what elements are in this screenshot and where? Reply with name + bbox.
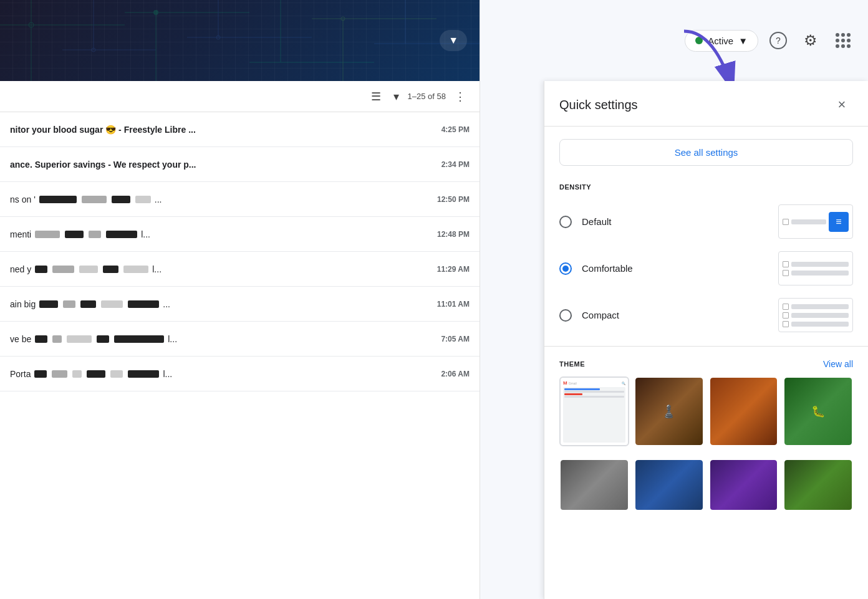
email-count: 1–25 of 58 xyxy=(408,92,446,101)
email-subject: ve be l... xyxy=(10,334,431,344)
email-subject: menti l... xyxy=(10,229,427,239)
quick-settings-panel: Quick settings × See all settings DENSIT… xyxy=(544,81,868,599)
email-time: 4:25 PM xyxy=(441,125,470,134)
help-btn[interactable]: ? xyxy=(766,28,791,53)
email-subject-prefix: ned y xyxy=(10,264,31,274)
ocean-thumb xyxy=(635,460,703,510)
list-view-btn[interactable]: ☰ xyxy=(367,86,385,107)
email-ellipsis: l... xyxy=(152,264,162,274)
redacted-2 xyxy=(52,266,74,273)
qs-divider xyxy=(544,346,868,347)
list-item[interactable]: ned y l... 11:29 AM xyxy=(0,252,480,287)
email-time: 11:01 AM xyxy=(437,300,470,309)
email-subject: ance. Superior savings - We respect your… xyxy=(10,160,432,170)
gmail-thumb-body xyxy=(563,387,625,443)
list-item[interactable]: menti l... 12:48 PM xyxy=(0,217,480,252)
theme-thumbnail-ocean[interactable] xyxy=(634,459,704,529)
redacted-4 xyxy=(101,300,123,308)
gmail-thumb-header: M Gmail 🔍 xyxy=(563,380,625,386)
theme-thumbnail-gmail[interactable]: M Gmail 🔍 xyxy=(559,376,629,446)
purple-thumb xyxy=(710,460,778,510)
preview-cb-c3 xyxy=(783,321,789,327)
redacted-3 xyxy=(67,335,92,343)
email-header-bg: ▼ xyxy=(0,0,480,81)
email-subject-text: nitor your blood sugar 😎 - Freestyle Lib… xyxy=(10,125,196,135)
preview-line xyxy=(791,219,826,224)
more-options-icon: ⋮ xyxy=(455,90,466,103)
preview-row-c2 xyxy=(783,312,849,319)
more-options-btn[interactable]: ⋮ xyxy=(451,86,470,107)
redacted-5 xyxy=(128,300,159,308)
preview-line-2 xyxy=(791,271,849,276)
redacted-5 xyxy=(123,266,148,273)
toolbar-dropdown-btn[interactable]: ▾ xyxy=(390,86,403,107)
email-subject-prefix: Porta xyxy=(10,369,31,379)
list-item[interactable]: ve be l... 7:05 AM xyxy=(0,322,480,357)
email-time: 2:34 PM xyxy=(441,160,470,169)
redacted-4 xyxy=(97,335,109,343)
redacted-2 xyxy=(52,370,67,378)
theme-thumbnail-nature[interactable]: 🐛 xyxy=(783,376,853,446)
email-subject: ns on ' ... xyxy=(10,194,427,204)
redacted-4 xyxy=(103,266,118,273)
redacted-1 xyxy=(35,335,47,343)
redacted-4 xyxy=(106,231,137,238)
email-area: ▼ ☰ ▾ 1–25 of 58 ⋮ nitor your blood suga… xyxy=(0,0,480,599)
density-option-default[interactable]: Default ≡ xyxy=(544,198,868,245)
gmail-title: Gmail xyxy=(569,381,577,385)
redacted-3 xyxy=(112,196,130,203)
redacted-3 xyxy=(79,266,98,273)
qs-close-btn[interactable]: × xyxy=(831,93,853,116)
email-time: 2:06 AM xyxy=(441,370,470,378)
email-ellipsis: ... xyxy=(155,194,162,204)
density-option-compact[interactable]: Compact xyxy=(544,292,868,338)
gmail-search: 🔍 xyxy=(622,381,625,385)
list-view-icon: ☰ xyxy=(371,90,381,103)
density-radio-default xyxy=(559,216,572,228)
active-status-btn[interactable]: Active ▼ xyxy=(685,30,758,52)
preview-line-c2 xyxy=(791,313,849,318)
preview-cb-1 xyxy=(783,261,789,267)
theme-thumbnail-metal[interactable] xyxy=(559,459,629,529)
theme-thumbnail-extra[interactable] xyxy=(783,459,853,529)
qs-header: Quick settings × xyxy=(544,81,868,127)
theme-thumbnail-chess[interactable]: ♟️ xyxy=(634,376,704,446)
toolbar-dropdown-arrow: ▾ xyxy=(393,90,399,103)
close-icon: × xyxy=(838,97,846,113)
settings-btn[interactable]: ⚙ xyxy=(798,28,823,53)
list-item[interactable]: ance. Superior savings - We respect your… xyxy=(0,147,480,182)
redacted-6 xyxy=(128,370,159,378)
chess-thumb: ♟️ xyxy=(635,378,703,445)
list-item[interactable]: ain big ... 11:01 AM xyxy=(0,287,480,322)
density-option-comfortable[interactable]: Comfortable xyxy=(544,245,868,292)
email-ellipsis: l... xyxy=(163,369,172,379)
preview-row-c1 xyxy=(783,304,849,310)
preview-cb-2 xyxy=(783,270,789,276)
email-subject-prefix: ns on ' xyxy=(10,194,36,204)
email-time: 12:50 PM xyxy=(437,195,470,204)
nature-thumb: 🐛 xyxy=(784,378,852,445)
list-item[interactable]: Porta l... 2:06 AM xyxy=(0,357,480,391)
email-subject-text: ance. Superior savings - We respect your… xyxy=(10,160,196,170)
thumb-line-4 xyxy=(564,396,624,398)
settings-icon: ⚙ xyxy=(804,32,817,49)
circuit-svg xyxy=(0,0,480,81)
google-apps-btn[interactable] xyxy=(831,28,856,53)
density-radio-inner xyxy=(562,266,569,272)
theme-thumbnail-purple[interactable] xyxy=(709,459,779,529)
density-label-default: Default xyxy=(582,216,768,227)
google-apps-icon xyxy=(836,33,851,48)
redacted-2 xyxy=(63,300,75,308)
active-label: Active xyxy=(708,36,733,46)
theme-thumbnail-canyon[interactable] xyxy=(709,376,779,446)
density-radio-comfortable xyxy=(559,262,572,275)
view-all-link[interactable]: View all xyxy=(823,359,853,369)
theme-grid-row2 xyxy=(544,459,868,541)
list-item[interactable]: ns on ' ... 12:50 PM xyxy=(0,182,480,217)
redacted-3 xyxy=(89,231,101,238)
density-label-comfortable: Comfortable xyxy=(582,263,768,274)
see-all-settings-btn[interactable]: See all settings xyxy=(559,139,853,166)
extra-thumb xyxy=(784,460,852,510)
preview-list-icon: ≡ xyxy=(836,216,841,228)
list-item[interactable]: nitor your blood sugar 😎 - Freestyle Lib… xyxy=(0,112,480,147)
